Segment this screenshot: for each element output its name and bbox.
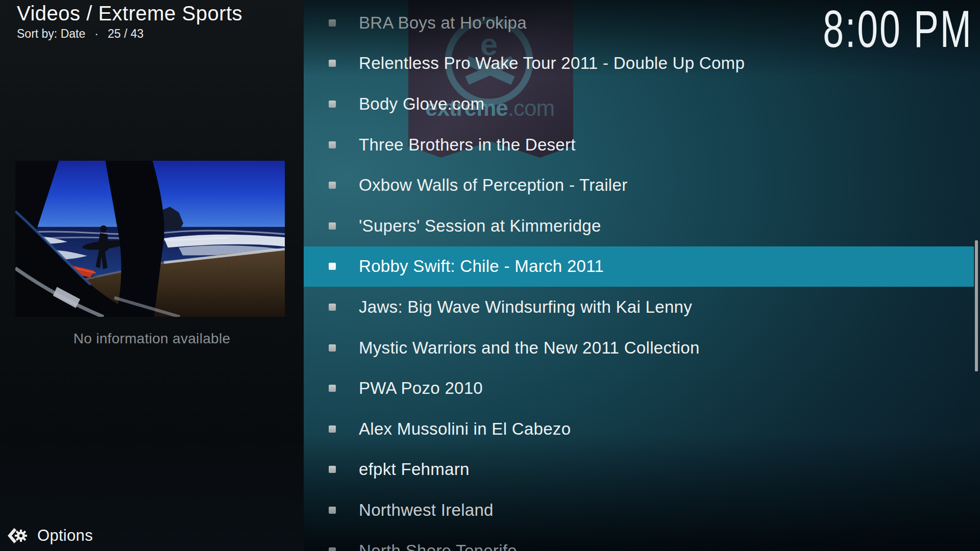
list-bullet-icon [329,466,336,473]
list-item-label: Jaws: Big Wave Windsurfing with Kai Lenn… [359,297,692,317]
no-information-text: No information available [0,331,304,347]
list-bullet-icon [329,182,336,189]
list-bullet-icon [329,19,336,27]
list-item[interactable]: Body Glove.com [304,84,980,124]
list-bullet-icon [329,344,336,352]
list-item[interactable]: Three Brothers in the Desert [304,124,980,165]
list-item-label: efpkt Fehmarn [359,460,470,479]
list-item[interactable]: Oxbow Walls of Perception - Trailer [304,165,980,206]
list-item[interactable]: Mystic Warriors and the New 2011 Collect… [304,328,980,368]
header: Videos / Extreme Sports Sort by: Date · … [17,1,242,41]
list-bullet-icon [329,385,336,392]
list-item-label: BRA Boys at Ho’okipa [359,13,527,33]
list-bullet-icon [329,141,336,148]
list-bullet-icon [329,507,336,514]
sort-by-label: Sort by: Date [17,27,85,41]
list-item-label: Robby Swift: Chile - March 2011 [359,257,604,276]
sort-status: Sort by: Date · 25 / 43 [17,27,143,41]
video-list: BRA Boys at Ho’okipaRelentless Pro Wake … [304,3,980,551]
list-item-label: Oxbow Walls of Perception - Trailer [359,176,627,195]
list-item-label: Relentless Pro Wake Tour 2011 - Double U… [359,54,745,73]
list-bullet-icon [329,304,336,311]
options-gear-icon [6,524,29,547]
thumbnail-art [15,161,285,317]
options-label: Options [37,527,93,545]
clock: 8:00 PM [823,3,973,55]
list-item-label: Alex Mussolini in El Cabezo [359,419,571,439]
list-item[interactable]: North Shore Tenerife [304,531,980,551]
item-position: 25 / 43 [108,27,143,41]
list-item[interactable]: efpkt Fehmarn [304,449,980,490]
list-item[interactable]: PWA Pozo 2010 [304,368,980,409]
list-bullet-icon [329,101,336,108]
list-item[interactable]: Alex Mussolini in El Cabezo [304,409,980,449]
sidebar: Videos / Extreme Sports Sort by: Date · … [0,0,304,551]
list-item-label: Northwest Ireland [359,500,494,520]
list-item-label: PWA Pozo 2010 [359,379,483,398]
scrollbar-thumb[interactable] [975,240,978,371]
list-item[interactable]: 'Supers' Session at Kimmeridge [304,206,980,246]
list-item-label: Three Brothers in the Desert [359,135,576,155]
separator-dot: · [94,27,99,41]
list-bullet-icon [329,222,336,230]
video-thumbnail [15,161,285,317]
list-item[interactable]: Jaws: Big Wave Windsurfing with Kai Lenn… [304,287,980,328]
list-item[interactable]: Northwest Ireland [304,490,980,531]
video-list-panel: e extreme.com BRA Boys at Ho’okipaRelent… [304,0,980,551]
list-item-label: Mystic Warriors and the New 2011 Collect… [359,338,700,358]
list-item-selected[interactable]: Robby Swift: Chile - March 2011 [304,246,974,287]
list-bullet-icon [329,425,336,433]
list-bullet-icon [329,60,336,67]
list-item-label: Body Glove.com [359,94,484,114]
list-item-label: North Shore Tenerife [359,541,517,551]
list-item-label: 'Supers' Session at Kimmeridge [359,216,601,236]
list-bullet-icon [329,263,336,270]
list-bullet-icon [329,547,336,551]
page-title: Videos / Extreme Sports [17,1,242,26]
options-button[interactable]: Options [6,524,93,547]
